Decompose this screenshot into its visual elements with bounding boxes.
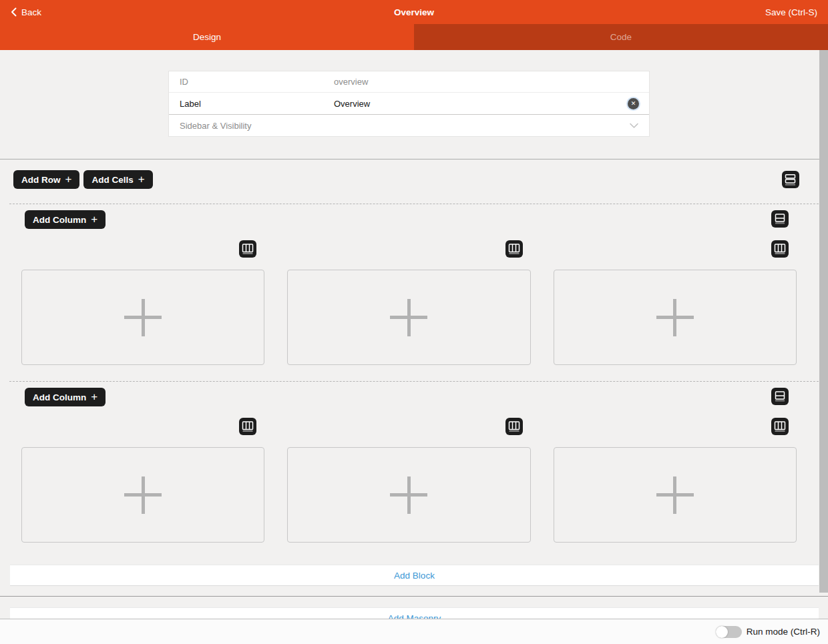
column-settings-icon[interactable]: [505, 418, 523, 435]
add-block-button[interactable]: Add Block: [10, 565, 819, 586]
plus-icon: [656, 299, 694, 336]
app-header: Back Overview Save (Ctrl-S): [0, 0, 828, 24]
grid-toolbar: Add Row + Add Cells +: [0, 170, 828, 189]
label-label: Label: [169, 99, 334, 109]
column-settings-icon[interactable]: [771, 240, 789, 258]
view-properties-card: ID overview Label Overview ✕ Sidebar & V…: [168, 71, 650, 137]
empty-cell-add-widget[interactable]: [21, 447, 264, 543]
tab-bar: Design Code: [0, 24, 828, 50]
chevron-down-icon[interactable]: [629, 122, 649, 129]
tab-design[interactable]: Design: [0, 24, 414, 50]
row-settings-icon[interactable]: [771, 210, 789, 228]
empty-cell-add-widget[interactable]: [21, 270, 264, 365]
column-settings-icon[interactable]: [771, 418, 789, 435]
column-settings-icon[interactable]: [505, 240, 523, 258]
run-mode-label: Run mode (Ctrl-R): [747, 627, 820, 637]
back-button[interactable]: Back: [11, 7, 41, 17]
id-value[interactable]: overview: [334, 77, 649, 87]
plus-icon: [390, 299, 427, 336]
property-row-label[interactable]: Label Overview ✕: [169, 93, 649, 115]
save-button[interactable]: Save (Ctrl-S): [765, 7, 817, 17]
plus-icon: +: [138, 174, 145, 185]
empty-cell-add-widget[interactable]: [554, 447, 797, 543]
section-divider: [0, 159, 828, 159]
toggle-knob: [716, 626, 728, 638]
grid-row-section-1: Add Column +: [9, 204, 819, 365]
plus-icon: [124, 299, 162, 336]
editor-content: ID overview Label Overview ✕ Sidebar & V…: [0, 50, 828, 644]
property-row-id[interactable]: ID overview: [169, 71, 649, 93]
sidebar-visibility-section[interactable]: Sidebar & Visibility: [169, 115, 649, 136]
empty-cell-add-widget[interactable]: [554, 270, 797, 365]
column-settings-icon[interactable]: [239, 240, 256, 258]
vertical-scrollbar[interactable]: [819, 50, 828, 593]
column-settings-icon[interactable]: [239, 418, 256, 435]
label-input-value[interactable]: Overview: [334, 99, 628, 109]
plus-icon: [124, 476, 162, 514]
plus-icon: [390, 476, 427, 514]
add-column-button[interactable]: Add Column +: [25, 388, 106, 406]
grid-row-section-2: Add Column +: [9, 381, 819, 543]
empty-cell-add-widget[interactable]: [287, 447, 530, 543]
sidebar-visibility-label: Sidebar & Visibility: [169, 121, 334, 131]
bottom-status-bar: Run mode (Ctrl-R): [0, 619, 828, 644]
id-label: ID: [169, 77, 334, 87]
clear-input-icon[interactable]: ✕: [628, 98, 639, 109]
tab-code[interactable]: Code: [414, 24, 828, 50]
row-settings-icon[interactable]: [771, 388, 789, 405]
add-cells-button[interactable]: Add Cells +: [83, 170, 152, 189]
plus-icon: +: [91, 214, 97, 225]
page-title: Overview: [0, 7, 828, 17]
add-row-button[interactable]: Add Row +: [13, 170, 79, 189]
plus-icon: +: [91, 391, 97, 402]
blocks-masonry-divider: [0, 596, 828, 597]
empty-cell-add-widget[interactable]: [287, 270, 530, 365]
add-column-button[interactable]: Add Column +: [25, 210, 106, 229]
cells-view-icon[interactable]: [782, 171, 799, 188]
chevron-left-icon: [11, 7, 17, 17]
run-mode-toggle[interactable]: [716, 626, 742, 638]
plus-icon: [656, 476, 694, 514]
plus-icon: +: [65, 174, 72, 185]
back-label: Back: [21, 7, 41, 17]
